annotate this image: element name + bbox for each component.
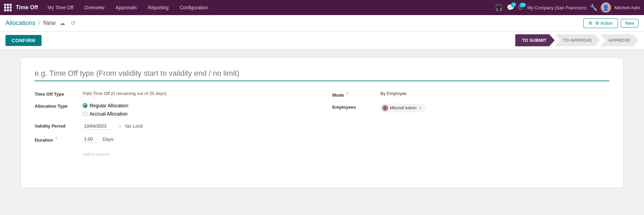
employees-row: Employees 👤 Mitchell Admin ✕ — [332, 104, 609, 112]
status-new-badge: New — [621, 19, 639, 27]
menu-configuration[interactable]: Configuration — [174, 0, 214, 15]
topnav-right: 🎧 💬 8 ⏱ 28 My Company (San Francisco) 🔧 … — [495, 2, 640, 13]
allocation-type-options: Regular Allocation Accrual Allocation — [83, 103, 128, 117]
save-cloud-button[interactable]: ☁ — [58, 19, 67, 28]
top-navigation: Time Off My Time Off Overview Approvals … — [0, 0, 644, 15]
remove-employee-button[interactable]: ✕ — [419, 106, 422, 110]
username: Mitchell Adm — [614, 5, 640, 10]
step-to-submit: TO SUBMIT — [515, 34, 555, 46]
avatar[interactable]: 👤 — [601, 2, 611, 13]
employee-avatar: 👤 — [382, 105, 388, 111]
time-off-type-value[interactable]: Paid Time Off (0 remaining out of 20 day… — [83, 91, 166, 96]
duration-inputs: Days — [83, 136, 114, 143]
main-menu: My Time Off Overview Approvals Reporting… — [42, 0, 494, 15]
confirm-button[interactable]: CONFIRM — [5, 35, 42, 46]
reason-row: Add a reason... — [35, 149, 312, 157]
breadcrumb-separator: / — [38, 20, 40, 26]
breadcrumb-current: New — [43, 20, 56, 26]
menu-overview[interactable]: Overview — [79, 0, 110, 15]
chat-badge: 8 — [511, 2, 516, 7]
accrual-allocation-option[interactable]: Accrual Allocation — [83, 111, 128, 117]
radio-regular[interactable] — [83, 103, 88, 108]
form-left-column: Time Off Type Paid Time Off (0 remaining… — [35, 91, 312, 163]
form-card: Time Off Type Paid Time Off (0 remaining… — [21, 58, 623, 188]
validity-end-value: No Limit — [125, 123, 143, 129]
allocation-title-input[interactable] — [35, 68, 609, 81]
time-off-type-label: Time Off Type — [35, 91, 83, 97]
validity-arrow: → — [117, 123, 122, 129]
mode-row: Mode ? By Employee — [332, 91, 609, 98]
allocation-type-row: Allocation Type Regular Allocation Accru… — [35, 103, 312, 117]
app-logo[interactable]: Time Off — [4, 4, 38, 11]
discard-button[interactable]: ↺ — [69, 19, 77, 28]
mode-label: Mode ? — [332, 91, 380, 98]
breadcrumb-right: ⚙ ⚙ Action New — [583, 18, 639, 28]
gear-icon: ⚙ — [588, 21, 593, 26]
step-to-approve: TO APPROVE — [555, 34, 600, 46]
main-content: Time Off Type Paid Time Off (0 remaining… — [0, 49, 644, 196]
clock-badge: 28 — [519, 3, 526, 7]
duration-value-input[interactable] — [83, 136, 100, 143]
breadcrumb-bar: Allocations / New ☁ ↺ ⚙ ⚙ Action New — [0, 15, 644, 32]
menu-approvals[interactable]: Approvals — [110, 0, 142, 15]
time-off-type-row: Time Off Type Paid Time Off (0 remaining… — [35, 91, 312, 97]
mode-help-icon[interactable]: ? — [346, 92, 348, 96]
accrual-allocation-label: Accrual Allocation — [90, 111, 128, 117]
reason-input[interactable]: Add a reason... — [83, 152, 113, 157]
action-bar: CONFIRM TO SUBMIT TO APPROVE APPROVE — [0, 32, 644, 49]
company-name: My Company (San Francisco) — [527, 5, 586, 10]
radio-accrual[interactable] — [83, 111, 88, 116]
step-approve: APPROVE — [600, 34, 639, 46]
validity-period-row: Validity Period → No Limit — [35, 123, 312, 130]
breadcrumb-actions: ☁ ↺ — [58, 19, 77, 28]
wrench-icon[interactable]: 🔧 — [590, 4, 597, 11]
mode-value: By Employee — [380, 91, 407, 96]
duration-help-icon[interactable]: ? — [55, 136, 57, 141]
breadcrumb-parent[interactable]: Allocations — [5, 20, 35, 26]
form-right-column: Mode ? By Employee Employees 👤 Mitchell … — [332, 91, 609, 163]
employee-tag: 👤 Mitchell Admin ✕ — [380, 104, 425, 112]
employee-name: Mitchell Admin — [390, 106, 416, 110]
chat-icon[interactable]: 💬 8 — [507, 4, 514, 11]
form-grid: Time Off Type Paid Time Off (0 remaining… — [35, 91, 609, 163]
duration-label: Duration ? — [35, 136, 83, 143]
employees-label: Employees — [332, 104, 380, 110]
validity-period-inputs: → No Limit — [83, 123, 143, 130]
validity-start-input[interactable] — [83, 123, 114, 130]
menu-reporting[interactable]: Reporting — [142, 0, 174, 15]
reason-label-spacer — [35, 149, 83, 150]
clock-icon[interactable]: ⏱ 28 — [518, 4, 524, 11]
status-steps: TO SUBMIT TO APPROVE APPROVE — [515, 34, 639, 46]
allocation-type-label: Allocation Type — [35, 103, 83, 109]
regular-allocation-option[interactable]: Regular Allocation — [83, 103, 128, 108]
regular-allocation-label: Regular Allocation — [90, 103, 128, 108]
app-title: Time Off — [16, 4, 38, 11]
grid-icon — [4, 4, 12, 11]
action-button[interactable]: ⚙ ⚙ Action — [583, 18, 618, 28]
validity-period-label: Validity Period — [35, 123, 83, 129]
support-icon[interactable]: 🎧 — [495, 3, 503, 12]
duration-unit: Days — [103, 136, 114, 142]
breadcrumb-left: Allocations / New ☁ ↺ — [5, 19, 77, 28]
breadcrumb: Allocations / New — [5, 20, 56, 27]
duration-row: Duration ? Days — [35, 136, 312, 143]
menu-my-time-off[interactable]: My Time Off — [42, 0, 79, 15]
